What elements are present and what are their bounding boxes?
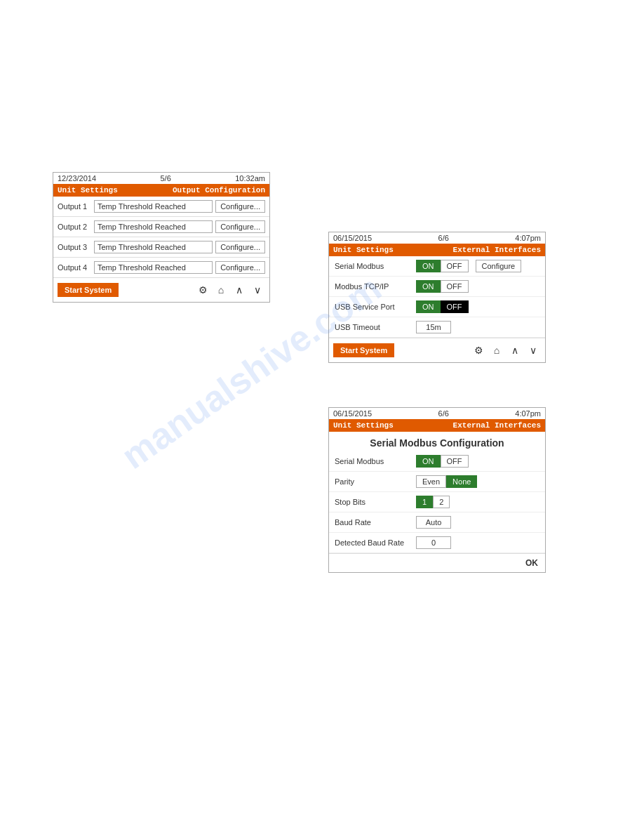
output2-label: Output 2 <box>58 223 91 231</box>
modbus-tcpip-row: Modbus TCP/IP ON OFF <box>329 277 545 297</box>
panel1-time: 10:32am <box>235 174 265 183</box>
panel3-parity-none-btn[interactable]: None <box>446 475 477 488</box>
panel1-header: Unit Settings Output Configuration <box>53 184 269 197</box>
panel2-toolbar: ⚙ ⌂ ∧ ∨ <box>471 343 541 358</box>
usb-service-port-label: USB Service Port <box>335 303 412 311</box>
panel1-page: 5/6 <box>160 174 170 183</box>
panel2-tools-icon[interactable]: ⚙ <box>471 343 486 358</box>
output4-value: Temp Threshold Reached <box>94 261 213 274</box>
output1-value: Temp Threshold Reached <box>94 200 213 213</box>
panel3-page: 6/6 <box>438 409 449 418</box>
panel3-header-left: Unit Settings <box>333 421 394 430</box>
output3-value: Temp Threshold Reached <box>94 241 213 253</box>
panel3-parity-label: Parity <box>335 477 412 486</box>
output-row-1: Output 1 Temp Threshold Reached Configur… <box>53 197 269 217</box>
modbus-tcpip-toggle: ON OFF <box>416 280 469 293</box>
serial-modbus-configure-btn[interactable]: Configure <box>476 260 522 272</box>
output2-value: Temp Threshold Reached <box>94 220 213 233</box>
output4-configure-btn[interactable]: Configure... <box>215 261 265 274</box>
panel3-parity-even-btn[interactable]: Even <box>416 475 446 488</box>
panel2-start-system-btn[interactable]: Start System <box>333 343 394 357</box>
tools-icon[interactable]: ⚙ <box>195 282 210 298</box>
panel3-footer: OK <box>329 553 545 572</box>
panel3-stopbits-row: Stop Bits 1 2 <box>329 492 545 512</box>
panel3-serial-modbus-off-btn[interactable]: OFF <box>441 455 469 468</box>
serial-modbus-on-btn[interactable]: ON <box>416 260 441 272</box>
output3-configure-btn[interactable]: Configure... <box>215 241 265 253</box>
usb-timeout-label: USB Timeout <box>335 323 412 331</box>
panel3-time: 4:07pm <box>515 409 541 418</box>
usb-timeout-row: USB Timeout 15m <box>329 317 545 338</box>
panel1-header-left: Unit Settings <box>58 186 118 194</box>
panel3-serial-modbus-toggle: ON OFF <box>416 455 469 468</box>
panel2-header: Unit Settings External Interfaces <box>329 244 545 256</box>
panel3-meta: 06/15/2015 6/6 4:07pm <box>329 408 545 419</box>
serial-modbus-off-btn[interactable]: OFF <box>441 260 469 272</box>
panel3-stopbits-1-btn[interactable]: 1 <box>416 496 433 508</box>
external-interfaces-panel: 06/15/2015 6/6 4:07pm Unit Settings Exte… <box>328 232 546 363</box>
panel2-header-left: Unit Settings <box>333 246 394 254</box>
panel3-baudrate-value: Auto <box>416 516 451 529</box>
panel2-down-icon[interactable]: ∨ <box>525 343 541 358</box>
panel2-page: 6/6 <box>438 234 449 242</box>
panel3-detected-baudrate-row: Detected Baud Rate 0 <box>329 533 545 553</box>
serial-modbus-row: Serial Modbus ON OFF Configure <box>329 256 545 277</box>
output2-configure-btn[interactable]: Configure... <box>215 220 265 233</box>
panel2-meta: 06/15/2015 6/6 4:07pm <box>329 232 545 244</box>
panel3-title: Serial Modbus Configuration <box>329 432 545 451</box>
serial-modbus-config-panel: 06/15/2015 6/6 4:07pm Unit Settings Exte… <box>328 407 546 573</box>
modbus-tcpip-label: Modbus TCP/IP <box>335 282 412 291</box>
up-icon[interactable]: ∧ <box>232 282 247 298</box>
home-icon[interactable]: ⌂ <box>213 282 229 298</box>
panel1-header-right: Output Configuration <box>173 186 265 194</box>
panel3-header: Unit Settings External Interfaces <box>329 419 545 432</box>
panel3-date: 06/15/2015 <box>333 409 372 418</box>
modbus-tcpip-on-btn[interactable]: ON <box>416 280 441 293</box>
panel3-parity-row: Parity Even None <box>329 472 545 492</box>
modbus-tcpip-off-btn[interactable]: OFF <box>441 280 469 293</box>
panel1-toolbar: ⚙ ⌂ ∧ ∨ <box>195 282 265 298</box>
output1-label: Output 1 <box>58 202 91 211</box>
usb-service-port-toggle: ON OFF <box>416 300 469 313</box>
panel3-stopbits-label: Stop Bits <box>335 498 412 506</box>
usb-service-port-on-btn[interactable]: ON <box>416 300 441 313</box>
panel1-footer: Start System ⚙ ⌂ ∧ ∨ <box>53 278 269 302</box>
panel2-footer: Start System ⚙ ⌂ ∧ ∨ <box>329 338 545 362</box>
panel3-stopbits-2-btn[interactable]: 2 <box>433 496 450 508</box>
panel3-baudrate-row: Baud Rate Auto <box>329 512 545 533</box>
output-configuration-panel: 12/23/2014 5/6 10:32am Unit Settings Out… <box>53 172 270 303</box>
panel3-serial-modbus-label: Serial Modbus <box>335 457 412 465</box>
panel3-serial-modbus-on-btn[interactable]: ON <box>416 455 441 468</box>
panel3-stopbits-toggle: 1 2 <box>416 496 450 508</box>
down-icon[interactable]: ∨ <box>250 282 265 298</box>
panel2-up-icon[interactable]: ∧ <box>507 343 523 358</box>
panel3-parity-toggle: Even None <box>416 475 477 488</box>
panel1-start-system-btn[interactable]: Start System <box>58 283 119 297</box>
usb-timeout-value: 15m <box>416 321 451 333</box>
panel3-detected-baudrate-label: Detected Baud Rate <box>335 538 412 547</box>
panel1-date: 12/23/2014 <box>58 174 96 183</box>
output-row-3: Output 3 Temp Threshold Reached Configur… <box>53 237 269 258</box>
panel2-date: 06/15/2015 <box>333 234 372 242</box>
panel3-baudrate-label: Baud Rate <box>335 518 412 527</box>
panel2-header-right: External Interfaces <box>453 246 541 254</box>
output-row-4: Output 4 Temp Threshold Reached Configur… <box>53 258 269 278</box>
output-row-2: Output 2 Temp Threshold Reached Configur… <box>53 217 269 237</box>
panel3-header-right: External Interfaces <box>453 421 541 430</box>
output1-configure-btn[interactable]: Configure... <box>215 200 265 213</box>
serial-modbus-toggle: ON OFF <box>416 260 469 272</box>
panel3-ok-btn[interactable]: OK <box>525 558 538 568</box>
usb-service-port-off-btn[interactable]: OFF <box>441 300 469 313</box>
output3-label: Output 3 <box>58 243 91 251</box>
panel2-home-icon[interactable]: ⌂ <box>489 343 504 358</box>
panel1-meta: 12/23/2014 5/6 10:32am <box>53 173 269 184</box>
output4-label: Output 4 <box>58 263 91 272</box>
panel3-serial-modbus-row: Serial Modbus ON OFF <box>329 451 545 472</box>
usb-service-port-row: USB Service Port ON OFF <box>329 297 545 317</box>
panel2-time: 4:07pm <box>515 234 541 242</box>
panel3-detected-baudrate-value: 0 <box>416 536 451 549</box>
serial-modbus-label: Serial Modbus <box>335 262 412 270</box>
